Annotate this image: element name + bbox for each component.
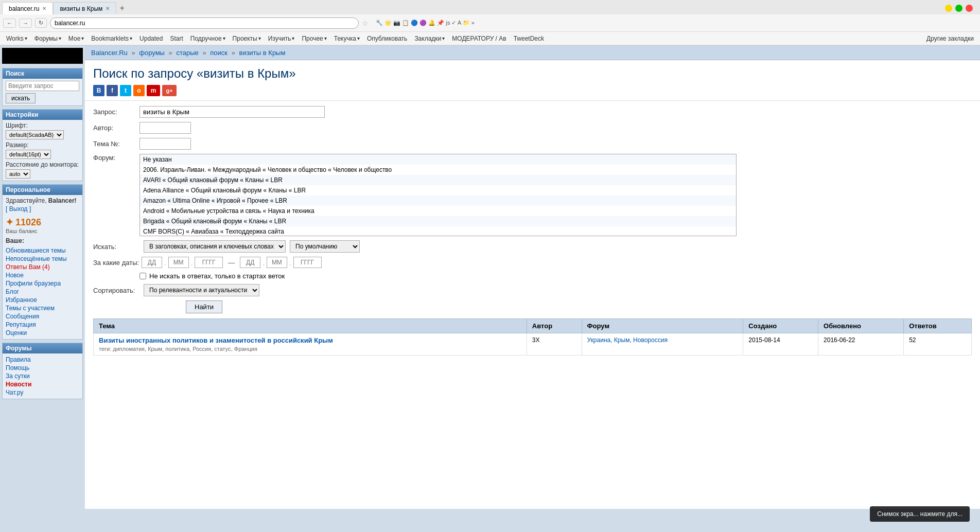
breadcrumb-search[interactable]: поиск	[210, 49, 227, 57]
social-tw-icon[interactable]: t	[120, 85, 131, 96]
logout-link[interactable]: [ Выход ]	[6, 205, 79, 212]
forums-link-daily[interactable]: За сутки	[6, 372, 79, 380]
forum-option-1[interactable]: 2006. Израиль-Ливан. « Международный « Ч…	[140, 165, 736, 175]
forum-option-6[interactable]: Brigada « Общий клановый форум « Кланы «…	[140, 216, 736, 226]
bookmark-prochee[interactable]: Прочее ▾	[299, 34, 329, 43]
tab-close-icon-2[interactable]: ✕	[106, 6, 110, 11]
bookmark-updated[interactable]: Updated	[136, 34, 166, 43]
back-button[interactable]: ←	[3, 19, 16, 28]
font-select[interactable]: default(ScadaAB)	[6, 130, 64, 139]
breadcrumb-forums[interactable]: форумы	[139, 49, 165, 57]
social-ml-icon[interactable]: m	[147, 85, 160, 96]
bookmark-izuchit[interactable]: Изучить ▾	[265, 34, 298, 43]
link-reputation[interactable]: Репутация	[6, 321, 79, 329]
close-button[interactable]	[966, 5, 973, 12]
social-vk-icon[interactable]: В	[93, 85, 104, 96]
bookmark-other[interactable]: Другие закладки	[923, 34, 977, 43]
date-dd-from[interactable]	[142, 257, 162, 268]
forums-link-rules[interactable]: Правила	[6, 356, 79, 364]
bookmark-opublikovat[interactable]: Опубликовать	[364, 34, 410, 43]
link-ratings[interactable]: Оценки	[6, 329, 79, 337]
social-fb-icon[interactable]: f	[107, 85, 118, 96]
date-dd-to[interactable]	[240, 257, 260, 268]
minimize-button[interactable]	[945, 5, 952, 12]
bookmark-zakladki[interactable]: Закладки ▾	[411, 34, 448, 43]
url-input[interactable]	[50, 17, 359, 29]
social-ok-icon[interactable]: o	[133, 85, 145, 96]
forum-option-none[interactable]: Не указан	[140, 154, 736, 165]
maximize-button[interactable]	[955, 5, 962, 12]
author-input[interactable]	[139, 122, 191, 134]
search-button[interactable]: искать	[6, 93, 36, 103]
result-tags: теги: дипломатия, Крым, политика, Россия…	[99, 346, 521, 352]
breadcrumb-sep-3: »	[202, 49, 206, 57]
breadcrumb-old[interactable]: старые	[176, 49, 198, 57]
sort-select[interactable]: По релевантности и актуальности По дате …	[144, 284, 259, 296]
sidebar-search-section: Поиск искать	[2, 68, 83, 106]
date-yyyy-to[interactable]	[293, 257, 322, 268]
forum-option-5[interactable]: Android « Мобильные устройства и связь «…	[140, 206, 736, 216]
bookmark-proekty[interactable]: Проекты ▾	[230, 34, 264, 43]
forum-option-3[interactable]: Adena Alliance « Общий клановый форум « …	[140, 185, 736, 196]
date-yyyy-from[interactable]	[195, 257, 223, 268]
forums-link-chat[interactable]: Чат.ру	[6, 388, 79, 397]
link-blog[interactable]: Блог	[6, 288, 79, 296]
search-in-select[interactable]: В заголовках, описания и ключевых словах…	[144, 240, 286, 253]
forums-link-help[interactable]: Помощь	[6, 364, 79, 372]
forum-option-7[interactable]: CMF BORS(C) « Авиабаза « Техподдержка са…	[140, 226, 736, 236]
bookmark-forums[interactable]: Форумы ▾	[31, 34, 64, 43]
forum-select[interactable]: Не указан 2006. Израиль-Ливан. « Междуна…	[139, 154, 737, 236]
forums-link-news[interactable]: Новости	[6, 380, 79, 388]
bookmark-star-icon[interactable]: ☆	[362, 19, 369, 27]
result-forum-link[interactable]: Украина, Крым, Новороссия	[587, 336, 668, 344]
toast-notification[interactable]: Снимок экра... нажмите для...	[870, 506, 970, 509]
result-title-link[interactable]: Визиты иностранных политиков и знаменито…	[99, 336, 333, 344]
find-button[interactable]: Найти	[186, 300, 222, 313]
forum-option-4[interactable]: Amazon « Ultima Online « Игровой « Проче…	[140, 196, 736, 206]
tab-close-icon[interactable]: ✕	[42, 6, 46, 11]
tab-search[interactable]: визиты в Крым ✕	[53, 2, 116, 14]
forward-button[interactable]: →	[19, 19, 32, 28]
forum-option-2[interactable]: AVARI « Общий клановый форум « Кланы « L…	[140, 175, 736, 185]
bookmark-podruchnoe[interactable]: Подручное ▾	[187, 34, 229, 43]
breadcrumb-sep-1: »	[131, 49, 135, 57]
sidebar-search-content: искать	[3, 79, 82, 105]
bookmark-works[interactable]: Works ▾	[3, 34, 30, 43]
link-updated-topics[interactable]: Обновившиеся темы	[6, 246, 79, 255]
link-unvisited-topics[interactable]: Непосещённые темы	[6, 255, 79, 263]
topic-input[interactable]	[139, 138, 191, 150]
distance-select[interactable]: auto	[6, 169, 30, 179]
new-tab-button[interactable]: +	[116, 4, 127, 13]
date-mm-from[interactable]	[168, 257, 189, 268]
size-select[interactable]: default(16pt)	[6, 150, 51, 159]
bookmark-tekuchka[interactable]: Текучка ▾	[331, 34, 363, 43]
bookmark-tweetdeck[interactable]: TweetDeck	[511, 34, 547, 43]
page-wrapper: Поиск искать Настройки Шрифт: default(Sc…	[0, 46, 980, 509]
tab-balancer[interactable]: balancer.ru ✕	[2, 2, 53, 14]
greeting: Здравствуйте, Balancer!	[6, 197, 79, 204]
breadcrumb-query[interactable]: визиты в Крым	[239, 49, 285, 57]
bookmark-bookmarklets[interactable]: Bookmarklets ▾	[88, 34, 135, 43]
no-answers-checkbox[interactable]	[139, 273, 146, 279]
search-input[interactable]	[6, 81, 79, 91]
link-favorites[interactable]: Избранное	[6, 296, 79, 304]
dropdown-icon: ▾	[324, 36, 327, 41]
sort-select-2[interactable]: По умолчанию По дате По релевантности	[290, 240, 360, 253]
social-gplus-icon[interactable]: g+	[162, 85, 177, 96]
date-row: За какие даты: . . — . .	[93, 257, 972, 268]
link-participation[interactable]: Темы с участием	[6, 304, 79, 312]
result-topic-cell: Визиты иностранных политиков и знаменито…	[94, 333, 527, 356]
no-answers-row: Не искать в ответах, только в стартах ве…	[139, 272, 972, 280]
link-new[interactable]: Новое	[6, 271, 79, 279]
bookmark-start[interactable]: Start	[167, 34, 186, 43]
date-mm-to[interactable]	[267, 257, 287, 268]
link-answers[interactable]: Ответы Вам (4)	[6, 263, 79, 271]
bookmark-moe[interactable]: Мое ▾	[65, 34, 87, 43]
reload-button[interactable]: ↻	[35, 18, 47, 28]
bookmark-moderator[interactable]: МОДЕРАТОРУ / Ав	[449, 34, 509, 43]
link-messages[interactable]: Сообщения	[6, 312, 79, 321]
col-answers: Ответов	[904, 319, 972, 333]
query-input[interactable]	[139, 106, 325, 118]
breadcrumb-balancer[interactable]: Balancer.Ru	[91, 49, 128, 57]
link-profiles[interactable]: Профили браузера	[6, 279, 79, 288]
